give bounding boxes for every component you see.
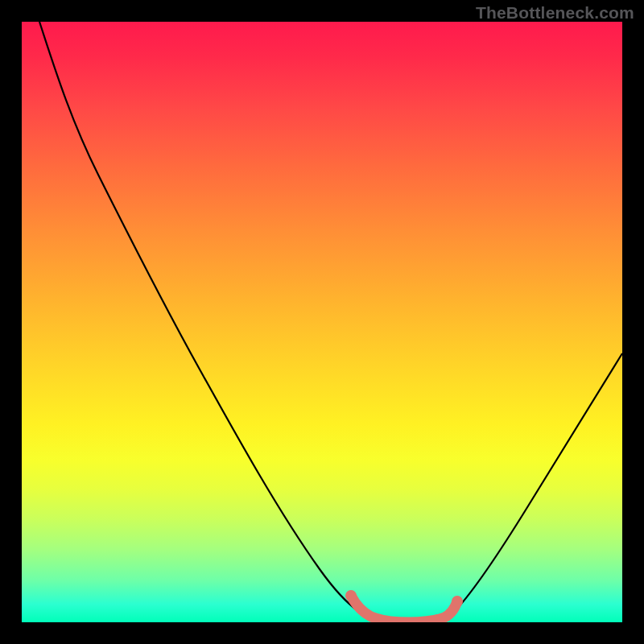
marker-dot-right (452, 596, 463, 607)
plot-area (22, 22, 622, 622)
bottleneck-curve (39, 22, 622, 622)
optimal-range-marker (351, 596, 457, 622)
chart-container: TheBottleneck.com (0, 0, 644, 644)
chart-svg (22, 22, 622, 622)
watermark-text: TheBottleneck.com (476, 3, 634, 23)
marker-dot-left (345, 590, 357, 601)
